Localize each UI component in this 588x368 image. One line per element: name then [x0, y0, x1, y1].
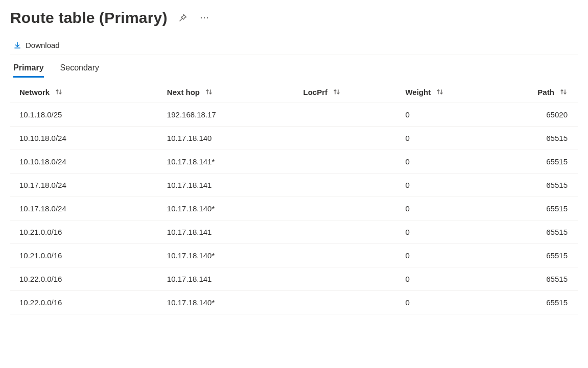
more-icon — [200, 17, 208, 19]
cell-weight: 0 — [396, 220, 498, 244]
cell-weight: 0 — [396, 197, 498, 220]
download-button[interactable]: Download — [13, 41, 60, 50]
cell-weight: 0 — [396, 127, 498, 150]
table-row: 10.22.0.0/1610.17.18.140*065515 — [10, 291, 578, 314]
cell-locprf — [294, 267, 396, 291]
cell-path: 65515 — [498, 197, 578, 220]
table-row: 10.1.18.0/25192.168.18.17065020 — [10, 103, 578, 127]
cell-path: 65515 — [498, 127, 578, 150]
cell-nexthop: 10.17.18.140* — [158, 244, 294, 267]
cell-nexthop: 10.17.18.140* — [158, 291, 294, 314]
cell-locprf — [294, 150, 396, 174]
pin-icon — [179, 14, 187, 22]
cell-weight: 0 — [396, 291, 498, 314]
cell-nexthop: 10.17.18.141 — [158, 174, 294, 197]
cell-path: 65515 — [498, 150, 578, 174]
cell-path: 65020 — [498, 103, 578, 127]
page-header: Route table (Primary) — [10, 9, 578, 27]
cell-path: 65515 — [498, 220, 578, 244]
table-row: 10.10.18.0/2410.17.18.140065515 — [10, 127, 578, 150]
tab-secondary[interactable]: Secondary — [60, 59, 100, 78]
col-network[interactable]: Network — [10, 81, 158, 103]
cell-nexthop: 10.17.18.140* — [158, 197, 294, 220]
cell-network: 10.10.18.0/24 — [10, 127, 158, 150]
col-network-label: Network — [19, 88, 50, 96]
cell-network: 10.1.18.0/25 — [10, 103, 158, 127]
cell-network: 10.22.0.0/16 — [10, 267, 158, 291]
cell-path: 65515 — [498, 291, 578, 314]
more-button[interactable] — [198, 15, 210, 21]
sort-icon — [436, 89, 444, 95]
route-table: Network Next hop — [10, 81, 578, 314]
cell-weight: 0 — [396, 174, 498, 197]
col-path-label: Path — [537, 88, 554, 96]
cell-weight: 0 — [396, 267, 498, 291]
cell-weight: 0 — [396, 103, 498, 127]
table-row: 10.21.0.0/1610.17.18.140*065515 — [10, 244, 578, 267]
cell-locprf — [294, 103, 396, 127]
cell-nexthop: 10.17.18.141 — [158, 220, 294, 244]
cell-nexthop: 10.17.18.140 — [158, 127, 294, 150]
cell-path: 65515 — [498, 244, 578, 267]
cell-network: 10.10.18.0/24 — [10, 150, 158, 174]
pin-button[interactable] — [177, 12, 189, 24]
col-weight-label: Weight — [405, 88, 431, 96]
table-row: 10.21.0.0/1610.17.18.141065515 — [10, 220, 578, 244]
cell-network: 10.22.0.0/16 — [10, 291, 158, 314]
cell-nexthop: 10.17.18.141* — [158, 150, 294, 174]
cell-path: 65515 — [498, 174, 578, 197]
cell-nexthop: 10.17.18.141 — [158, 267, 294, 291]
svg-point-0 — [200, 17, 201, 18]
tab-primary[interactable]: Primary — [13, 59, 44, 78]
tab-bar: Primary Secondary — [10, 59, 578, 78]
toolbar: Download — [13, 38, 578, 55]
cell-network: 10.17.18.0/24 — [10, 174, 158, 197]
cell-network: 10.21.0.0/16 — [10, 244, 158, 267]
table-row: 10.22.0.0/1610.17.18.141065515 — [10, 267, 578, 291]
cell-path: 65515 — [498, 267, 578, 291]
cell-locprf — [294, 197, 396, 220]
section-divider — [10, 55, 578, 55]
sort-icon — [559, 89, 568, 95]
col-locprf[interactable]: LocPrf — [294, 81, 396, 103]
page-title: Route table (Primary) — [10, 9, 168, 27]
cell-locprf — [294, 127, 396, 150]
sort-icon — [55, 89, 63, 95]
cell-locprf — [294, 291, 396, 314]
col-weight[interactable]: Weight — [396, 81, 498, 103]
svg-point-1 — [203, 17, 204, 18]
sort-icon — [333, 89, 341, 95]
col-path[interactable]: Path — [498, 81, 578, 103]
svg-point-2 — [206, 17, 207, 18]
cell-locprf — [294, 244, 396, 267]
sort-icon — [205, 89, 213, 95]
cell-weight: 0 — [396, 244, 498, 267]
download-icon — [13, 41, 21, 50]
col-nexthop-label: Next hop — [167, 88, 200, 96]
table-row: 10.10.18.0/2410.17.18.141*065515 — [10, 150, 578, 174]
cell-nexthop: 192.168.18.17 — [158, 103, 294, 127]
cell-network: 10.17.18.0/24 — [10, 197, 158, 220]
col-nexthop[interactable]: Next hop — [158, 81, 294, 103]
cell-locprf — [294, 174, 396, 197]
table-row: 10.17.18.0/2410.17.18.141065515 — [10, 174, 578, 197]
download-label: Download — [26, 41, 60, 50]
cell-network: 10.21.0.0/16 — [10, 220, 158, 244]
col-locprf-label: LocPrf — [303, 88, 327, 96]
table-header-row: Network Next hop — [10, 81, 578, 103]
table-row: 10.17.18.0/2410.17.18.140*065515 — [10, 197, 578, 220]
cell-locprf — [294, 220, 396, 244]
cell-weight: 0 — [396, 150, 498, 174]
